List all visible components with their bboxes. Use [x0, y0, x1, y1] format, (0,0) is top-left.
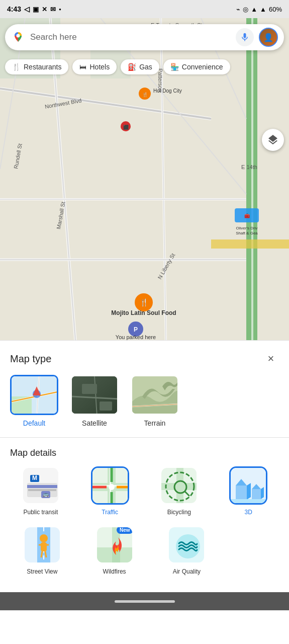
category-pill-gas[interactable]: ⛽ Gas: [121, 59, 159, 74]
category-pill-hotels[interactable]: 🛏 Hotels: [72, 59, 117, 74]
svg-text:You parked here: You parked here: [116, 334, 156, 340]
detail-traffic[interactable]: Traffic: [77, 466, 143, 516]
detail-air-quality-label: Air Quality: [173, 568, 201, 575]
detail-public-transit-label: Public transit: [24, 509, 58, 516]
status-right: ⌁ ◎ ▲ ▲ 60%: [236, 6, 282, 13]
close-button[interactable]: ×: [263, 351, 279, 367]
location-icon: ◎: [243, 6, 248, 13]
search-input-placeholder: Search here: [30, 32, 231, 42]
detail-3d-label: 3D: [244, 509, 252, 516]
svg-text:Shaft & Gea: Shaft & Gea: [236, 231, 258, 235]
map-type-satellite[interactable]: Satellite: [70, 375, 119, 427]
detail-street-view[interactable]: Street View: [8, 526, 76, 575]
svg-rect-83: [161, 483, 198, 490]
map-type-default-label: Default: [23, 419, 45, 427]
home-bar: [115, 600, 175, 603]
map-type-satellite-label: Satellite: [82, 419, 107, 427]
detail-wildfires-label: Wildfires: [103, 568, 126, 575]
layer-button[interactable]: [262, 129, 284, 151]
svg-point-80: [109, 484, 115, 490]
home-indicator: [0, 592, 289, 610]
map-type-default[interactable]: Default: [10, 375, 58, 427]
svg-rect-91: [252, 489, 261, 499]
detail-street-view-thumb: [23, 526, 61, 564]
mic-icon[interactable]: [236, 28, 254, 46]
gas-icon: ⛽: [128, 63, 136, 71]
svg-rect-56: [82, 384, 97, 394]
svg-marker-93: [261, 487, 264, 499]
detail-traffic-label: Traffic: [102, 509, 118, 516]
map-type-row: Default: [0, 375, 289, 437]
svg-rect-88: [236, 486, 247, 500]
svg-rect-99: [41, 542, 47, 551]
wildfires-new-badge: New: [117, 526, 133, 534]
user-avatar[interactable]: 👤: [259, 28, 278, 47]
nav-icon: ◁: [24, 5, 30, 13]
map-details-grid: M M 🚌 Public transit: [0, 466, 289, 526]
gas-label: Gas: [139, 63, 152, 71]
map-type-terrain-label: Terrain: [144, 419, 166, 427]
svg-text:E 14th: E 14th: [241, 164, 257, 170]
notification-icon-1: ▣: [33, 6, 39, 13]
bottom-sheet: Map type × Default: [0, 340, 289, 592]
search-bar[interactable]: Search here 👤: [5, 24, 284, 50]
svg-marker-90: [247, 483, 251, 500]
notification-icon-3: ✉: [50, 6, 56, 13]
restaurants-icon: 🍴: [12, 63, 21, 71]
map-type-default-thumb: [10, 375, 58, 415]
map-details-row2: Street View New Wildfires: [0, 526, 289, 580]
convenience-label: Convenience: [182, 63, 223, 71]
detail-3d[interactable]: 3D: [216, 466, 281, 516]
svg-point-98: [40, 534, 48, 542]
time: 4:43: [7, 5, 21, 13]
battery-text: 60%: [269, 6, 282, 13]
svg-rect-5: [211, 239, 289, 249]
svg-text:Mojito Latin Soul Food: Mojito Latin Soul Food: [111, 309, 176, 316]
svg-text:P: P: [134, 326, 138, 333]
notification-dot: ●: [59, 7, 61, 12]
detail-wildfires[interactable]: New Wildfires: [80, 526, 149, 575]
detail-bicycling[interactable]: Bicycling: [147, 466, 212, 516]
svg-text:🧰: 🧰: [244, 213, 250, 219]
restaurants-label: Restaurants: [24, 63, 61, 71]
category-pills: 🍴 Restaurants 🛏 Hotels ⛽ Gas 🏪 Convenien…: [0, 55, 289, 78]
wifi-icon: ▲: [251, 6, 257, 13]
sheet-title: Map type: [10, 353, 51, 365]
map-area[interactable]: E Twenty-Seventh St E Twenty-Fifth St Pa…: [0, 18, 289, 340]
svg-text:🚌: 🚌: [43, 491, 49, 498]
svg-rect-64: [27, 485, 57, 488]
svg-text:⬛: ⬛: [123, 124, 129, 130]
map-details-title: Map details: [0, 448, 289, 466]
sheet-header: Map type ×: [0, 341, 289, 375]
category-pill-convenience[interactable]: 🏪 Convenience: [163, 59, 230, 74]
map-type-satellite-thumb: [70, 375, 119, 415]
detail-air-quality[interactable]: Air Quality: [153, 526, 221, 575]
detail-street-view-label: Street View: [27, 568, 57, 575]
detail-traffic-thumb: [91, 466, 129, 505]
svg-text:Hot Dog City: Hot Dog City: [153, 88, 182, 94]
svg-text:🍴: 🍴: [140, 298, 149, 307]
svg-rect-57: [100, 401, 112, 411]
svg-rect-65: [28, 489, 56, 491]
status-bar: 4:43 ◁ ▣ ✕ ✉ ● ⌁ ◎ ▲ ▲ 60%: [0, 0, 289, 18]
detail-3d-thumb: [229, 466, 267, 505]
detail-air-quality-thumb: [167, 526, 206, 564]
map-type-terrain-thumb: [131, 375, 179, 415]
google-maps-logo: [11, 30, 25, 44]
svg-rect-94: [231, 499, 267, 505]
detail-public-transit[interactable]: M M 🚌 Public transit: [8, 466, 73, 516]
map-type-terrain[interactable]: Terrain: [131, 375, 179, 427]
hotels-label: Hotels: [89, 63, 110, 71]
notification-icon-2: ✕: [42, 6, 47, 13]
svg-line-102: [45, 551, 46, 557]
convenience-icon: 🏪: [170, 63, 179, 71]
svg-text:Oliver's Driv: Oliver's Driv: [236, 226, 258, 230]
category-pill-restaurants[interactable]: 🍴 Restaurants: [5, 59, 68, 74]
svg-text:M: M: [32, 474, 37, 481]
detail-wildfires-thumb: New: [95, 526, 134, 564]
svg-text:🍴: 🍴: [142, 92, 148, 98]
divider-1: [0, 437, 289, 438]
detail-bicycling-label: Bicycling: [167, 509, 191, 516]
detail-bicycling-thumb: [160, 466, 198, 505]
hotels-icon: 🛏: [79, 63, 86, 71]
